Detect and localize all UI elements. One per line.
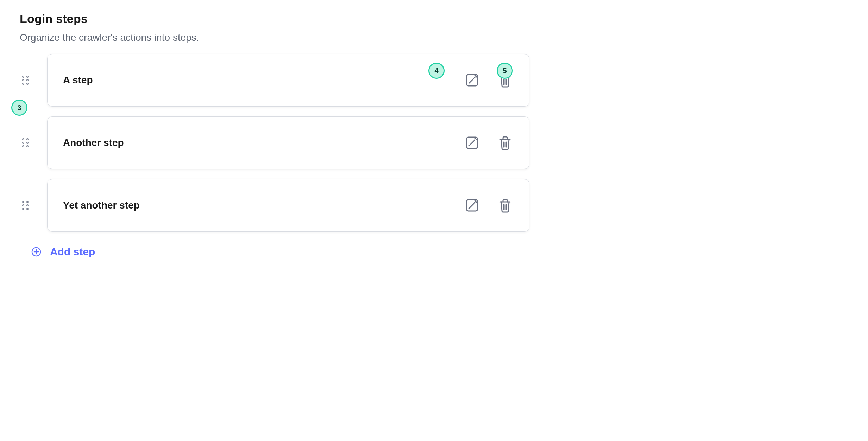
step-card[interactable]: Another step — [47, 116, 529, 169]
step-card[interactable]: A step 4 — [47, 54, 529, 107]
step-label: Yet another step — [63, 200, 140, 211]
step-actions — [463, 134, 514, 152]
plus-circle-icon — [31, 247, 42, 257]
step-row: Yet another step — [20, 179, 529, 232]
drag-handle[interactable]: 3 — [20, 61, 31, 100]
step-row: Another step — [20, 116, 529, 169]
svg-line-20 — [475, 138, 477, 140]
edit-step-button[interactable] — [463, 196, 481, 215]
svg-point-28 — [23, 208, 24, 210]
svg-point-27 — [27, 205, 28, 206]
delete-step-button[interactable]: 5 — [497, 71, 514, 89]
svg-point-26 — [23, 205, 24, 206]
svg-point-12 — [23, 139, 24, 140]
step-actions — [463, 196, 514, 215]
step-label: A step — [63, 75, 93, 86]
svg-point-13 — [27, 139, 28, 140]
drag-handle[interactable] — [20, 123, 31, 162]
svg-point-17 — [27, 146, 28, 147]
edit-step-button[interactable]: 4 — [463, 71, 481, 89]
svg-point-15 — [27, 142, 28, 143]
edit-icon — [464, 198, 480, 213]
delete-step-button[interactable] — [497, 134, 514, 152]
steps-list: 3 A step 4 — [20, 54, 529, 232]
step-row: 3 A step 4 — [20, 54, 529, 107]
trash-icon — [498, 135, 512, 151]
svg-point-29 — [27, 208, 28, 210]
svg-point-24 — [23, 201, 24, 203]
section-title: Login steps — [20, 12, 529, 26]
trash-icon — [498, 198, 512, 213]
svg-point-0 — [23, 76, 24, 77]
add-step-button[interactable]: Add step — [30, 244, 96, 260]
drag-dots-icon — [21, 200, 29, 211]
svg-line-7 — [469, 77, 475, 83]
svg-point-1 — [27, 76, 28, 77]
drag-dots-icon — [21, 75, 29, 85]
section-subtitle: Organize the crawler's actions into step… — [20, 32, 529, 43]
login-steps-panel: Login steps Organize the crawler's actio… — [0, 0, 549, 274]
svg-point-3 — [27, 79, 28, 81]
step-card[interactable]: Yet another step — [47, 179, 529, 232]
delete-step-button[interactable] — [497, 196, 514, 215]
callout-marker-drag: 3 — [11, 100, 27, 116]
edit-icon — [464, 135, 480, 151]
svg-line-19 — [469, 140, 475, 146]
svg-line-31 — [469, 203, 475, 208]
svg-line-32 — [475, 201, 477, 202]
step-actions: 4 5 — [463, 71, 514, 89]
svg-point-5 — [27, 83, 28, 84]
svg-point-14 — [23, 142, 24, 143]
edit-step-button[interactable] — [463, 134, 481, 152]
svg-point-4 — [23, 83, 24, 84]
edit-icon — [464, 72, 480, 88]
add-step-label: Add step — [50, 246, 95, 258]
svg-point-25 — [27, 201, 28, 203]
svg-point-16 — [23, 146, 24, 147]
callout-marker-edit: 4 — [428, 63, 445, 79]
drag-dots-icon — [21, 138, 29, 148]
callout-marker-delete: 5 — [497, 63, 513, 79]
drag-handle[interactable] — [20, 186, 31, 225]
step-label: Another step — [63, 137, 124, 148]
svg-line-8 — [475, 76, 477, 77]
svg-point-2 — [23, 79, 24, 81]
